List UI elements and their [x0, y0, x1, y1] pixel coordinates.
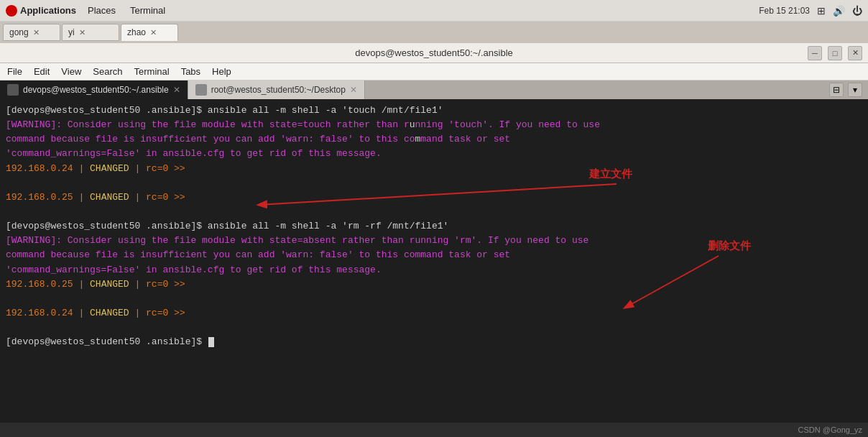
menu-help[interactable]: Help: [208, 65, 236, 78]
terminal-line-9: command because file is insufficient you…: [6, 248, 862, 262]
terminal-tab-icon-1: [7, 84, 19, 96]
tab-gong-label: gong: [9, 27, 29, 37]
menu-bar: File Edit View Search Terminal Tabs Help: [0, 63, 868, 80]
terminal-tab-close-1[interactable]: ✕: [173, 85, 180, 95]
menu-search[interactable]: Search: [88, 65, 126, 78]
network-icon[interactable]: ⊞: [817, 5, 826, 17]
tab-zhao-label: zhao: [127, 27, 146, 37]
tab-yi-label: yi: [68, 27, 75, 37]
menu-edit[interactable]: Edit: [29, 65, 54, 78]
tab-zhao-close[interactable]: ✕: [150, 29, 157, 37]
window-controls: ─ □ ✕: [808, 46, 862, 60]
status-label: CSDN @Gong_yz: [798, 426, 862, 434]
system-bar-left: Applications Places Terminal: [6, 5, 168, 17]
terminal-tab-icon-2: [195, 84, 207, 96]
terminal-line-4: 'command_warnings=False' in ansible.cfg …: [6, 147, 862, 161]
menu-terminal[interactable]: Terminal: [130, 65, 174, 78]
terminal-line-3: command because file is insufficient you…: [6, 132, 862, 147]
title-bar: devops@westos_student50:~/.ansible ─ □ ✕: [0, 43, 868, 63]
volume-icon[interactable]: 🔊: [833, 5, 845, 17]
system-bar: Applications Places Terminal Feb 15 21:0…: [0, 0, 868, 22]
places-menu[interactable]: Places: [85, 5, 119, 16]
terminal-tab-bar: devops@westos_student50:~/.ansible ✕ roo…: [0, 80, 868, 99]
terminal-scroll-button[interactable]: ▾: [848, 83, 862, 97]
terminal-line-2: [WARNING]: Consider using the file modul…: [6, 118, 862, 132]
status-bar: CSDN @Gong_yz: [0, 423, 868, 437]
minimize-button[interactable]: ─: [808, 46, 822, 60]
tab-gong-close[interactable]: ✕: [33, 29, 40, 37]
cursor: [208, 337, 214, 347]
terminal-line-11: 192.168.0.25 | CHANGED | rc=0 >>: [6, 277, 862, 292]
terminal-line-6: 192.168.0.25 | CHANGED | rc=0 >>: [6, 190, 862, 205]
terminal-line-blank-1: [6, 176, 862, 190]
window-title: devops@westos_student50:~/.ansible: [355, 47, 513, 58]
maximize-button[interactable]: □: [828, 46, 842, 60]
window-tab-bar: gong ✕ yi ✕ zhao ✕: [0, 22, 868, 43]
terminal-line-1: [devops@westos_student50 .ansible]$ ansi…: [6, 104, 862, 118]
terminal-tab-close-2[interactable]: ✕: [350, 85, 357, 95]
terminal-line-blank-2: [6, 205, 862, 219]
terminal-tab-devops[interactable]: devops@westos_student50:~/.ansible ✕: [0, 80, 188, 99]
datetime-label: Feb 15 21:03: [759, 6, 810, 16]
applications-menu[interactable]: Applications: [6, 5, 76, 17]
menu-file[interactable]: File: [3, 65, 27, 78]
tab-zhao[interactable]: zhao ✕: [121, 24, 178, 41]
terminal-line-7: [devops@westos_student50 .ansible]$ ansi…: [6, 219, 862, 234]
terminal-content[interactable]: [devops@westos_student50 .ansible]$ ansi…: [0, 99, 868, 423]
tab-yi[interactable]: yi ✕: [62, 24, 119, 41]
terminal-line-12: 192.168.0.24 | CHANGED | rc=0 >>: [6, 306, 862, 321]
terminal-line-8: [WARNING]: Consider using the file modul…: [6, 234, 862, 248]
menu-tabs[interactable]: Tabs: [177, 65, 205, 78]
terminal-tab-label-2: root@westos_student50:~/Desktop: [211, 85, 346, 95]
terminal-line-5: 192.168.0.24 | CHANGED | rc=0 >>: [6, 162, 862, 176]
close-button[interactable]: ✕: [848, 46, 862, 60]
app-icon: [6, 5, 17, 17]
terminal-menu[interactable]: Terminal: [127, 5, 168, 16]
system-bar-right: Feb 15 21:03 ⊞ 🔊 ⏻: [759, 5, 862, 17]
terminal-tab-root[interactable]: root@westos_student50:~/Desktop ✕: [188, 80, 365, 99]
menu-view[interactable]: View: [57, 65, 86, 78]
tab-yi-close[interactable]: ✕: [79, 29, 86, 37]
terminal-line-blank-3: [6, 292, 862, 306]
terminal-line-prompt: [devops@westos_student50 .ansible]$: [6, 335, 862, 349]
terminal-tab-label-1: devops@westos_student50:~/.ansible: [23, 85, 169, 95]
power-icon[interactable]: ⏻: [852, 5, 862, 17]
terminal-line-blank-4: [6, 321, 862, 335]
terminal-split-button[interactable]: ⊟: [829, 83, 844, 97]
applications-label[interactable]: Applications: [20, 5, 76, 16]
terminal-line-10: 'command_warnings=False' in ansible.cfg …: [6, 263, 862, 277]
terminal-tab-actions: ⊟ ▾: [823, 80, 868, 99]
tab-gong[interactable]: gong ✕: [3, 24, 60, 41]
